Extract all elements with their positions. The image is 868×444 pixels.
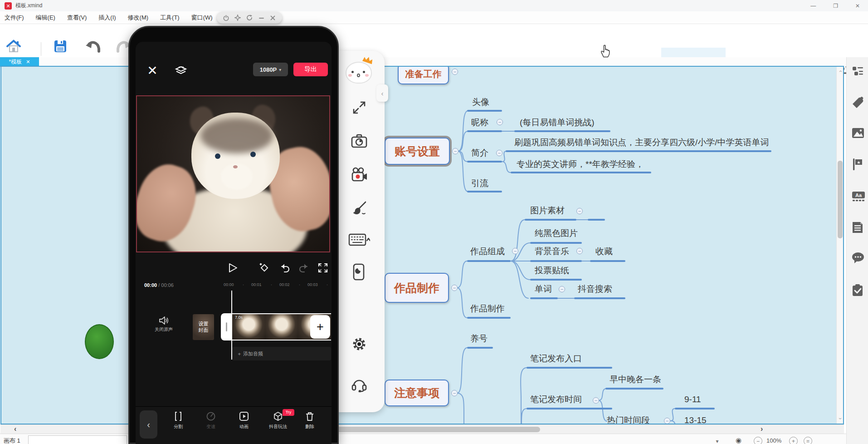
collapse-note-time[interactable]: −: [593, 397, 599, 404]
play-button[interactable]: [227, 262, 238, 273]
collapse-image-material[interactable]: −: [576, 208, 583, 214]
collapse-hot-period[interactable]: −: [664, 418, 670, 424]
power-icon[interactable]: [223, 15, 229, 21]
topic-word[interactable]: 单词: [535, 284, 552, 294]
undo-button[interactable]: [85, 39, 102, 54]
add-clip-button[interactable]: +: [310, 315, 330, 339]
collapse-intro[interactable]: −: [496, 150, 502, 156]
zoom-out-button[interactable]: −: [754, 437, 762, 444]
topic-hot-period[interactable]: 热门时间段: [607, 415, 650, 424]
close-button[interactable]: ✕: [855, 3, 860, 9]
green-blob-shape[interactable]: [85, 324, 114, 359]
tab-close-icon[interactable]: ✕: [26, 59, 30, 65]
collapse-word[interactable]: −: [559, 286, 565, 292]
fullscreen-mirror-icon[interactable]: [351, 99, 367, 116]
hscroll-right-arrow[interactable]: ›: [761, 425, 763, 433]
topic-nickname-value[interactable]: (每日易错单词挑战): [520, 117, 595, 128]
menu-insert[interactable]: 插入(I): [98, 14, 116, 22]
minimize-button[interactable]: —: [810, 3, 816, 9]
hscroll-left-arrow[interactable]: ‹: [14, 425, 16, 433]
add-audio-row[interactable]: ＋ 添加音频: [232, 347, 331, 360]
topic-black-image[interactable]: 纯黑色图片: [535, 228, 578, 238]
label-panel-icon[interactable]: Aa: [852, 191, 865, 202]
menu-edit[interactable]: 编辑(E): [36, 14, 55, 22]
mindmap-canvas[interactable]: 准备工作 − 账号设置 − 作品制作 − 注意事项 − 头像 昵称 − (每日易…: [0, 66, 844, 424]
cc-tool-speed[interactable]: 变速: [196, 411, 225, 430]
menu-file[interactable]: 文件(F): [5, 14, 24, 22]
topic-douyin-search[interactable]: 抖音搜索: [578, 284, 612, 294]
cc-tool-animation[interactable]: 动画: [229, 411, 258, 430]
home-button[interactable]: [6, 39, 21, 53]
redo-edit-icon[interactable]: [298, 262, 309, 273]
node-production[interactable]: 作品制作: [385, 273, 449, 303]
topic-bgm[interactable]: 背景音乐: [535, 246, 569, 257]
set-cover-thumb[interactable]: 设置封面: [193, 314, 214, 340]
topic-three-daily[interactable]: 早中晚各一条: [610, 374, 661, 385]
cc-close-button[interactable]: ✕: [146, 64, 159, 78]
cc-tool-douyin[interactable]: 抖音玩法 Try: [262, 411, 294, 430]
paintbrush-icon[interactable]: [351, 200, 367, 216]
marker-flag-panel-icon[interactable]: [852, 158, 863, 171]
collapse-notes[interactable]: −: [451, 390, 458, 396]
sheet-tab-label[interactable]: 画布 1: [4, 437, 20, 444]
screenshot-icon[interactable]: [351, 133, 367, 148]
fit-view-button[interactable]: =: [804, 437, 812, 444]
topic-nickname[interactable]: 昵称: [471, 117, 488, 128]
topic-note-time[interactable]: 笔记发布时间: [530, 394, 582, 405]
zoom-in-button[interactable]: +: [789, 437, 798, 444]
topic-intro-line2[interactable]: 专业的英文讲师，**年教学经验，: [517, 159, 644, 169]
topic-image-material[interactable]: 图片素材: [530, 205, 565, 216]
topic-production-child[interactable]: 作品制作: [470, 303, 505, 314]
panel-collapse-tab[interactable]: ‹: [376, 84, 388, 102]
cc-tool-split[interactable]: 分割: [164, 411, 193, 430]
topic-note-entry[interactable]: 笔记发布入口: [530, 353, 582, 364]
cc-export-button[interactable]: 导出: [293, 63, 328, 76]
clip-trim-handle[interactable]: [221, 313, 232, 340]
mute-original-button[interactable]: 关闭原声: [149, 316, 178, 333]
cc-back-button[interactable]: ‹: [140, 410, 157, 439]
tab-template[interactable]: *模板 ✕: [0, 57, 39, 67]
collapse-composition[interactable]: −: [512, 248, 518, 254]
keyboard-icon[interactable]: [348, 232, 370, 247]
cc-resolution-button[interactable]: 1080P ▾: [253, 63, 288, 76]
topic-slot-morning[interactable]: 9-11: [684, 394, 701, 405]
pin-star-icon[interactable]: [234, 15, 241, 21]
format-brush-panel-icon[interactable]: [852, 96, 864, 109]
pill-close-icon[interactable]: [270, 15, 276, 21]
undo-edit-icon[interactable]: [279, 262, 290, 273]
menu-window[interactable]: 窗口(W): [191, 14, 213, 22]
vscroll-track[interactable]: [836, 67, 844, 424]
collapse-nickname[interactable]: −: [497, 119, 503, 125]
vscroll-down-arrow[interactable]: ›: [837, 415, 844, 422]
video-preview[interactable]: [136, 95, 330, 252]
collapse-prep[interactable]: −: [452, 69, 458, 75]
topic-traffic[interactable]: 引流: [471, 178, 488, 188]
save-button[interactable]: [54, 39, 67, 53]
fullscreen-preview-icon[interactable]: [317, 262, 328, 273]
refresh-icon[interactable]: [246, 15, 253, 21]
image-panel-icon[interactable]: [852, 128, 864, 138]
menu-tools[interactable]: 工具(T): [160, 14, 180, 22]
screen-record-icon[interactable]: [351, 167, 368, 183]
status-target-icon[interactable]: ◉: [736, 436, 741, 444]
cc-layers-icon[interactable]: [175, 65, 187, 78]
maximize-button[interactable]: ❐: [833, 3, 838, 9]
collapse-account[interactable]: −: [452, 148, 458, 154]
task-panel-icon[interactable]: [852, 284, 863, 296]
topic-intro-line1[interactable]: 刷题巩固高频易错单词知识点，主要分享四六级/小学/中学英语单词: [514, 137, 769, 148]
topic-vote-sticker[interactable]: 投票贴纸: [535, 265, 569, 276]
pill-minimize-icon[interactable]: [258, 15, 264, 21]
outline-panel-icon[interactable]: [852, 65, 864, 78]
topic-intro[interactable]: 简介: [471, 148, 488, 158]
sheet-tab-box[interactable]: [28, 435, 127, 444]
node-account[interactable]: 账号设置: [385, 138, 450, 165]
status-caret-icon[interactable]: ▾: [713, 437, 722, 444]
support-headset-icon[interactable]: [351, 377, 367, 392]
topic-slot-noon[interactable]: 13-15: [684, 415, 707, 424]
keyframe-icon[interactable]: [259, 262, 270, 273]
mascot-avatar[interactable]: [346, 59, 373, 84]
playhead[interactable]: [231, 291, 232, 360]
hscroll-track[interactable]: ‹ ›: [0, 424, 844, 434]
settings-gear-icon[interactable]: [351, 336, 367, 352]
vscroll-up-arrow[interactable]: ›: [837, 68, 844, 74]
